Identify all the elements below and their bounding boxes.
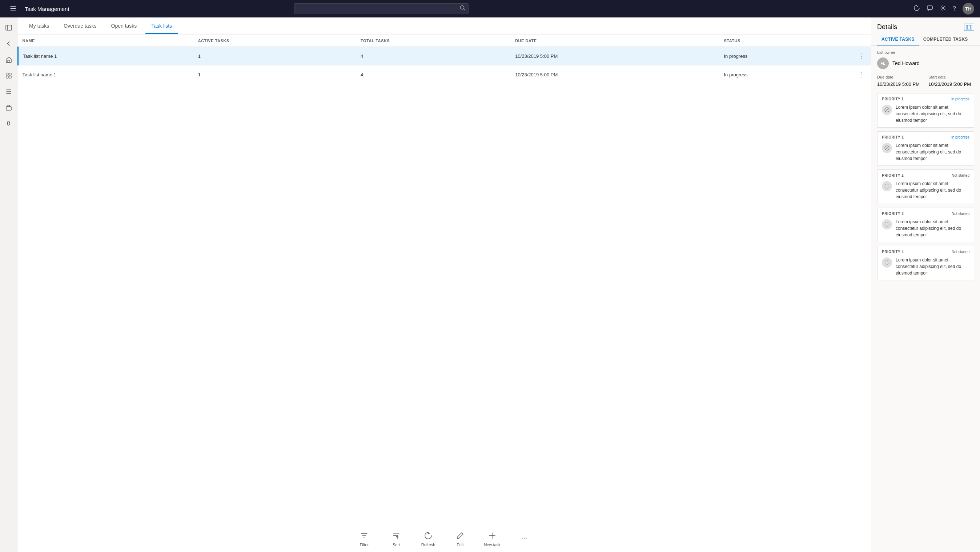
edit-label: Edit [457, 542, 464, 547]
svg-rect-10 [9, 76, 11, 78]
task-card-header: PRIORITY 1 In progress [882, 97, 969, 101]
list-icon[interactable] [2, 85, 16, 99]
cell-due-date: 10/23/2019 5:00 PM [511, 65, 719, 84]
sort-label: Sort [393, 542, 400, 547]
task-card[interactable]: PRIORITY 1 In progress Lorem ipsum dolor… [877, 93, 974, 128]
app-title: Task Management [25, 6, 69, 12]
help-icon[interactable]: ? [953, 5, 956, 12]
table-wrapper: NAME ACTIVE TASKS TOTAL TASKS DUE DATE S… [18, 35, 871, 526]
tab-task-lists[interactable]: Task lists [145, 19, 178, 34]
left-icon-bar: 0 [0, 18, 18, 552]
details-tab-active-tasks[interactable]: ACTIVE TASKS [877, 34, 919, 45]
apps-icon[interactable] [2, 69, 16, 83]
cell-active-tasks: 1 [194, 65, 356, 84]
task-card[interactable]: PRIORITY 1 In progress Lorem ipsum dolor… [877, 131, 974, 166]
cell-name: Task list name 1 [18, 47, 194, 65]
user-avatar[interactable]: TH [963, 3, 974, 14]
filter-action[interactable]: Filter [355, 532, 373, 547]
task-card-header: PRIORITY 2 Not started [882, 174, 969, 177]
task-icon [882, 181, 892, 191]
task-icon [882, 219, 892, 230]
cell-total-tasks: 4 [356, 65, 511, 84]
details-title: Details [877, 23, 897, 31]
refresh-icon[interactable] [913, 5, 920, 13]
task-icon [882, 105, 892, 115]
tabs-bar: My tasks Overdue tasks Open tasks Task l… [18, 18, 871, 35]
details-collapse-button[interactable] [964, 24, 974, 31]
edit-action[interactable]: Edit [452, 532, 469, 547]
svg-rect-6 [8, 61, 10, 62]
svg-point-28 [885, 184, 889, 188]
tab-open-tasks[interactable]: Open tasks [105, 19, 143, 34]
priority-label: PRIORITY 4 [882, 250, 904, 254]
task-card[interactable]: PRIORITY 4 Not started Lorem ipsum dolor… [877, 246, 974, 280]
task-icon [882, 143, 892, 153]
top-nav-actions: ? TH [913, 3, 974, 14]
due-date-value: 10/23/2019 5:00 PM [877, 81, 920, 87]
more-actions[interactable]: ··· [515, 533, 533, 542]
top-nav: ☰ Task Management [0, 0, 980, 18]
task-card-header: PRIORITY 4 Not started [882, 250, 969, 254]
sort-icon [392, 532, 400, 541]
details-header: Details [871, 18, 980, 31]
new-task-action[interactable]: New task [484, 532, 501, 547]
owner-row: FL Ted Howard [877, 57, 974, 69]
row-menu-button[interactable]: ⋮ [856, 70, 867, 79]
start-date-label: Start date [928, 75, 971, 79]
main-layout: 0 My tasks Overdue tasks Open tasks Task… [0, 18, 980, 552]
search-icon[interactable] [460, 5, 466, 12]
zero-badge: 0 [2, 116, 16, 131]
refresh-action[interactable]: Refresh [420, 532, 437, 547]
task-card[interactable]: PRIORITY 3 Not started Lorem ipsum dolor… [877, 207, 974, 242]
owner-avatar: FL [877, 57, 889, 69]
edit-icon [456, 532, 464, 541]
table-row[interactable]: Task list name 1 1 4 10/23/2019 5:00 PM … [18, 65, 871, 84]
tab-overdue-tasks[interactable]: Overdue tasks [58, 19, 102, 34]
hamburger-menu-icon[interactable]: ☰ [6, 2, 21, 16]
due-date-label: Due date [877, 75, 920, 79]
priority-label: PRIORITY 3 [882, 212, 904, 215]
svg-rect-7 [6, 73, 8, 75]
back-icon[interactable] [2, 37, 16, 51]
cell-total-tasks: 4 [356, 47, 511, 65]
svg-point-3 [942, 7, 944, 9]
chat-icon[interactable] [927, 5, 933, 13]
task-card[interactable]: PRIORITY 2 Not started Lorem ipsum dolor… [877, 169, 974, 204]
owner-name: Ted Howard [892, 61, 920, 66]
sort-action[interactable]: Sort [388, 532, 405, 547]
task-status-label: In progress [951, 135, 969, 139]
task-card-body: Lorem ipsum dolor sit amet, consectetur … [882, 257, 969, 276]
new-task-label: New task [484, 542, 500, 547]
filter-icon [360, 532, 368, 541]
list-owner-label: List owner [877, 50, 974, 54]
search-input[interactable] [294, 3, 469, 14]
details-panel: Details ACTIVE TASKS COMPLETED TASKS Lis… [871, 18, 980, 552]
col-status: STATUS [720, 35, 852, 47]
details-tab-completed-tasks[interactable]: COMPLETED TASKS [919, 34, 972, 45]
start-date-col: Start date 10/23/2019 5:00 PM [928, 75, 971, 87]
tab-my-tasks[interactable]: My tasks [23, 19, 55, 34]
col-name: NAME [18, 35, 194, 47]
due-date-col: Due date 10/23/2019 5:00 PM [877, 75, 920, 87]
row-menu-button[interactable]: ⋮ [856, 51, 867, 61]
task-cards-container: PRIORITY 1 In progress Lorem ipsum dolor… [877, 93, 974, 280]
col-due-date: DUE DATE [511, 35, 719, 47]
home-icon[interactable] [2, 53, 16, 67]
sidebar-toggle-icon[interactable] [2, 20, 16, 35]
task-status-label: Not started [951, 174, 969, 177]
priority-label: PRIORITY 1 [882, 97, 904, 101]
table-row[interactable]: Task list name 1 1 4 10/23/2019 5:00 PM … [18, 47, 871, 65]
task-status-label: In progress [951, 97, 969, 101]
task-text: Lorem ipsum dolor sit amet, consectetur … [896, 104, 969, 124]
svg-rect-4 [6, 25, 12, 30]
svg-rect-9 [6, 76, 8, 78]
svg-rect-14 [6, 107, 11, 110]
svg-point-29 [885, 222, 889, 227]
cell-status: In progress [720, 65, 852, 84]
task-card-body: Lorem ipsum dolor sit amet, consectetur … [882, 219, 969, 238]
settings-icon[interactable] [940, 5, 946, 13]
refresh-action-icon [424, 532, 432, 541]
svg-line-1 [463, 9, 465, 11]
bag-icon[interactable] [2, 101, 16, 115]
details-tabs: ACTIVE TASKS COMPLETED TASKS [871, 31, 980, 46]
